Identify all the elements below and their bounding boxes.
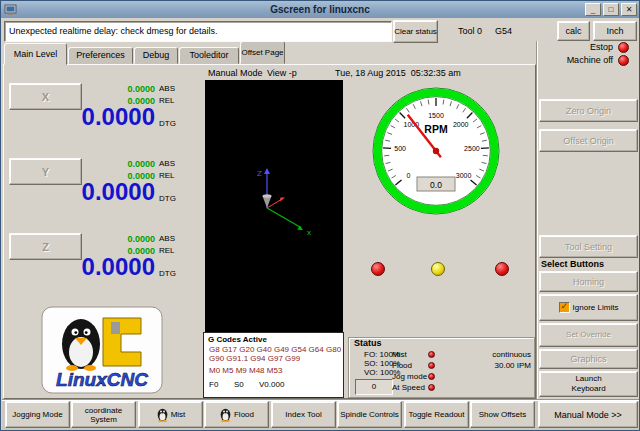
- clear-status-button[interactable]: Clear status: [393, 20, 438, 43]
- clear-status-label: Clear status: [394, 27, 437, 36]
- feed-value: F0: [209, 380, 218, 389]
- flood-button-label: Flood: [234, 410, 254, 419]
- axis-z-dtg-value: 0.0000: [18, 254, 155, 279]
- zero-origin-button[interactable]: Zero Origin: [539, 99, 638, 122]
- svg-text:2500: 2500: [464, 145, 480, 152]
- index-tool-button[interactable]: Index Tool: [271, 401, 336, 428]
- checkbox-checked-icon: [559, 302, 570, 313]
- dtg-label: DTG: [159, 194, 176, 203]
- penguin-icon: [219, 407, 232, 422]
- svg-text:3000: 3000: [456, 172, 472, 179]
- tab-preferences[interactable]: Preferences: [68, 47, 133, 64]
- status-panel: Status FO: 100% SO: 100% VO: 100% 0 Mist…: [348, 337, 535, 398]
- close-icon[interactable]: ✕: [621, 3, 637, 16]
- svg-text:500: 500: [394, 145, 406, 152]
- dtg-label: DTG: [159, 269, 176, 278]
- rel-label: REL: [159, 246, 175, 255]
- penguin-icon: [156, 407, 169, 422]
- jogging-mode-button[interactable]: Jogging Mode: [5, 401, 70, 428]
- tab-debug[interactable]: Debug: [134, 47, 178, 64]
- jog-mode-led: [428, 373, 435, 380]
- flood-button[interactable]: Flood: [204, 401, 269, 428]
- set-override-button[interactable]: Set Override: [539, 323, 638, 347]
- gcodes-active-panel: G Codes Active G8 G17 G20 G40 G49 G54 G6…: [203, 332, 344, 398]
- flood-value: 30.00 IPM: [449, 361, 531, 370]
- panel-divider: [536, 41, 538, 399]
- at-speed-led: [428, 384, 435, 391]
- estop-label: Estop: [539, 42, 613, 52]
- ignore-limits-label: Ignore Limits: [573, 303, 619, 313]
- statusbar-message: Unexpected realtime delay: check dmesg f…: [4, 21, 392, 42]
- svg-text:2000: 2000: [453, 121, 469, 128]
- jogging-mode-label: Jogging Mode: [12, 410, 62, 419]
- spindle-controls-label: Spindle Controls: [340, 410, 399, 419]
- mode-label: Manual Mode: [208, 68, 263, 78]
- launch-keyboard-button[interactable]: Launch Keyboard: [539, 371, 638, 397]
- spindle-controls-button[interactable]: Spindle Controls: [337, 401, 402, 428]
- axis-y-abs-value: 0.0000: [87, 159, 155, 169]
- gremlin-3d-view[interactable]: Z x: [205, 80, 343, 332]
- velocity-value: V0.000: [259, 380, 284, 389]
- maximize-icon[interactable]: □: [603, 3, 619, 16]
- jog-mode-label: Jog mode: [392, 372, 427, 381]
- axis-x-abs-value: 0.0000: [87, 84, 155, 94]
- ignore-limits-toggle[interactable]: Ignore Limits: [539, 294, 638, 321]
- axis-z-abs-value: 0.0000: [87, 234, 155, 244]
- z-axis-label: Z: [257, 169, 262, 178]
- set-override-label: Set Override: [564, 330, 614, 340]
- manual-mode-button[interactable]: Manual Mode >>: [538, 401, 638, 428]
- machine-off-label: Machine off: [539, 55, 613, 65]
- status-panel-title: Status: [354, 338, 382, 348]
- index-tool-label: Index Tool: [285, 410, 321, 419]
- mcode-line: M0 M5 M9 M48 M53: [209, 366, 282, 375]
- at-speed-label: At Speed: [392, 383, 425, 392]
- toggle-readout-label: Toggle Readout: [408, 410, 464, 419]
- show-offsets-button[interactable]: Show Offsets: [470, 401, 535, 428]
- tab-offset-page[interactable]: Offset Page: [240, 41, 285, 64]
- view-label: View -p: [267, 68, 297, 78]
- abs-label: ABS: [159, 84, 175, 93]
- mist-button[interactable]: Mist: [138, 401, 203, 428]
- gauge-value: 0.0: [430, 180, 442, 190]
- tool-number-label: Tool 0: [458, 26, 482, 36]
- linuxcnc-logo: LinuxCNC: [41, 306, 163, 394]
- coordinate-system-label: coordinate System: [72, 406, 135, 424]
- machine-off-led: [618, 55, 629, 66]
- launch-keyboard-label: Launch Keyboard: [561, 374, 616, 394]
- axis-y-dtg-value: 0.0000: [18, 179, 155, 204]
- minimize-icon[interactable]: _: [585, 3, 601, 16]
- svg-text:1500: 1500: [428, 112, 444, 119]
- units-toggle-button[interactable]: Inch: [593, 21, 637, 41]
- gcode-line: G90 G91.1 G94 G97 G99: [209, 354, 300, 363]
- flood-led: [428, 362, 435, 369]
- svg-text:0: 0: [406, 172, 410, 179]
- calculator-button[interactable]: calc: [557, 21, 590, 41]
- gscreen-window: Gscreen for linuxcnc _ □ ✕ Unexpected re…: [0, 0, 640, 431]
- spindle-rpm-gauge: 0 500 1000 1500 2000 2500 3000 RPM 0.0: [370, 85, 502, 217]
- show-offsets-label: Show Offsets: [479, 410, 526, 419]
- tab-tooleditor[interactable]: Tooleditor: [179, 47, 239, 64]
- jog-increment-display[interactable]: 0: [355, 379, 393, 395]
- coordinate-system-button[interactable]: coordinate System: [71, 401, 136, 428]
- homing-button[interactable]: Homing: [539, 271, 638, 292]
- rel-label: REL: [159, 171, 175, 180]
- spindle-led-left: [371, 262, 385, 276]
- abs-label: ABS: [159, 159, 175, 168]
- mist-label: Mist: [392, 350, 407, 359]
- tool-setting-button[interactable]: Tool Setting: [539, 235, 638, 258]
- window-title: Gscreen for linuxcnc: [1, 1, 639, 18]
- tab-offset-page-label: Offset Page: [241, 48, 283, 57]
- abs-label: ABS: [159, 234, 175, 243]
- offset-origin-button[interactable]: Offset Origin: [539, 129, 638, 152]
- titlebar: Gscreen for linuxcnc _ □ ✕: [1, 1, 639, 18]
- tab-main-level[interactable]: Main Level: [4, 43, 67, 65]
- datetime-label: Tue, 18 Aug 2015 05:32:35 am: [335, 68, 461, 78]
- flood-label: Flood: [392, 361, 412, 370]
- gcode-line: G8 G17 G20 G40 G49 G54 G64 G80: [209, 345, 341, 354]
- gauge-title: RPM: [424, 123, 448, 135]
- mist-led: [428, 351, 435, 358]
- toggle-readout-button[interactable]: Toggle Readout: [404, 401, 469, 428]
- gauge-hub: [433, 148, 439, 154]
- spindle-led-center: [431, 262, 445, 276]
- graphics-button[interactable]: Graphics: [539, 349, 638, 369]
